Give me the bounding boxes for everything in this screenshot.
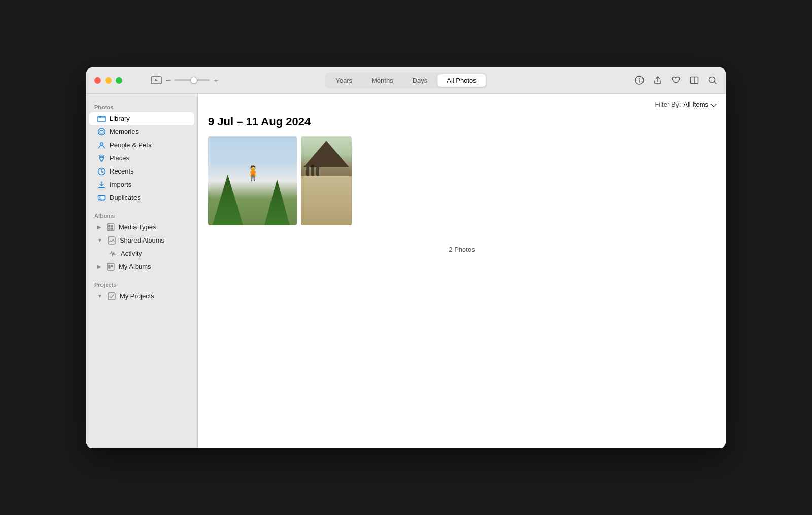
- zoom-minus-button[interactable]: −: [166, 76, 170, 84]
- svg-rect-21: [108, 225, 110, 227]
- sidebar-item-recents[interactable]: Recents: [89, 165, 194, 178]
- media-types-chevron: ▶: [97, 224, 101, 230]
- zoom-slider[interactable]: [174, 79, 210, 81]
- main-content: Photos Library: [86, 94, 726, 448]
- sidebar-item-activity[interactable]: Activity: [89, 247, 194, 260]
- photos-section-label: Photos: [86, 100, 197, 112]
- memories-icon: [97, 128, 106, 136]
- sidebar-shared-albums-label: Shared Albums: [120, 236, 164, 244]
- photo-item-2[interactable]: [301, 136, 352, 225]
- filter-value-button[interactable]: All Items: [683, 100, 716, 108]
- sidebar-places-label: Places: [110, 154, 129, 162]
- sidebar-item-my-projects[interactable]: ▼ My Projects: [89, 290, 194, 303]
- sidebar-library-label: Library: [110, 115, 130, 122]
- svg-rect-27: [108, 265, 110, 268]
- heart-icon[interactable]: [671, 75, 681, 85]
- toolbar-left: − +: [151, 76, 218, 84]
- sidebar-item-people-pets[interactable]: People & Pets: [89, 139, 194, 152]
- my-projects-chevron: ▼: [97, 293, 103, 299]
- sidebar-activity-label: Activity: [121, 250, 142, 257]
- my-albums-icon: [107, 263, 115, 271]
- svg-rect-16: [98, 187, 105, 188]
- titlebar: − + Years Months Days All Photos: [86, 67, 726, 94]
- date-range-heading: 9 Jul – 11 Aug 2024: [198, 109, 726, 136]
- zoom-plus-button[interactable]: +: [214, 76, 218, 84]
- sidebar-memories-label: Memories: [110, 128, 139, 135]
- tree-right-decoration: [264, 180, 290, 225]
- sidebar: Photos Library: [86, 94, 198, 448]
- sidebar-item-media-types[interactable]: ▶ Media Types: [89, 221, 194, 234]
- app-window: − + Years Months Days All Photos: [86, 67, 726, 448]
- shared-albums-icon: [108, 236, 116, 245]
- tab-months[interactable]: Months: [362, 74, 402, 87]
- close-button[interactable]: [94, 77, 101, 84]
- maximize-button[interactable]: [116, 77, 122, 84]
- view-tabs: Years Months Days All Photos: [325, 73, 487, 88]
- filter-label: Filter By:: [655, 100, 681, 108]
- places-icon: [97, 154, 106, 162]
- svg-rect-25: [108, 237, 115, 244]
- sidebar-my-projects-label: My Projects: [120, 292, 154, 300]
- photos-grid: 🧍: [198, 136, 726, 225]
- sidebar-imports-label: Imports: [110, 181, 131, 188]
- svg-point-13: [100, 143, 103, 145]
- sidebar-item-library[interactable]: Library: [89, 112, 194, 125]
- svg-point-6: [709, 77, 715, 83]
- share-icon[interactable]: [653, 75, 663, 85]
- svg-rect-26: [107, 263, 114, 270]
- svg-point-14: [101, 156, 103, 158]
- tab-days[interactable]: Days: [403, 74, 437, 87]
- info-icon[interactable]: [634, 75, 645, 85]
- imports-icon: [97, 181, 106, 189]
- traffic-lights: [94, 77, 122, 84]
- market-roof: [303, 141, 349, 167]
- slideshow-icon[interactable]: [151, 76, 162, 84]
- shared-albums-chevron: ▼: [97, 237, 103, 243]
- media-types-icon: [107, 223, 115, 231]
- tab-all-photos[interactable]: All Photos: [437, 74, 486, 87]
- sidebar-item-shared-albums[interactable]: ▼ Shared Albums: [89, 234, 194, 247]
- svg-rect-18: [100, 195, 105, 200]
- sidebar-item-my-albums[interactable]: ▶ My Albums: [89, 260, 194, 273]
- sidebar-recents-label: Recents: [110, 167, 134, 175]
- projects-section-label: Projects: [86, 278, 197, 290]
- sidebar-item-imports[interactable]: Imports: [89, 178, 194, 191]
- recents-icon: [97, 167, 106, 176]
- people-pets-icon: [97, 141, 106, 149]
- svg-rect-22: [111, 225, 113, 227]
- svg-point-9: [99, 116, 100, 117]
- duplicates-icon: [97, 194, 106, 202]
- activity-icon: [109, 250, 117, 258]
- library-icon: [97, 115, 106, 123]
- sidebar-item-places[interactable]: Places: [89, 152, 194, 165]
- search-icon[interactable]: [707, 75, 718, 85]
- sidebar-item-memories[interactable]: Memories: [89, 125, 194, 139]
- photo-item-1[interactable]: 🧍: [208, 136, 297, 225]
- albums-section-label: Albums: [86, 209, 197, 221]
- tab-years[interactable]: Years: [326, 74, 361, 87]
- filter-chevron-icon: [710, 101, 716, 107]
- view-tabs-container: Years Months Days All Photos: [325, 73, 487, 88]
- market-deck: [301, 176, 352, 225]
- zoom-thumb: [190, 77, 197, 84]
- split-view-icon[interactable]: [689, 75, 699, 85]
- svg-line-7: [715, 82, 717, 84]
- tree-left-decoration: [213, 175, 243, 225]
- svg-rect-29: [108, 293, 115, 300]
- minimize-button[interactable]: [105, 77, 112, 84]
- jumping-person: 🧍: [248, 163, 258, 183]
- my-projects-icon: [108, 292, 116, 300]
- svg-rect-24: [111, 227, 113, 229]
- svg-rect-20: [107, 224, 114, 231]
- toolbar-right: [634, 75, 718, 85]
- svg-rect-23: [108, 227, 110, 229]
- sidebar-duplicates-label: Duplicates: [110, 194, 141, 201]
- sidebar-item-duplicates[interactable]: Duplicates: [89, 191, 194, 204]
- people-silhouettes: [306, 165, 319, 176]
- sidebar-my-albums-label: My Albums: [119, 263, 151, 270]
- svg-rect-28: [111, 265, 113, 267]
- filter-value-text: All Items: [683, 100, 708, 108]
- content-area: Filter By: All Items 9 Jul – 11 Aug 2024…: [198, 94, 726, 448]
- sidebar-media-types-label: Media Types: [119, 223, 156, 231]
- my-albums-chevron: ▶: [97, 264, 101, 269]
